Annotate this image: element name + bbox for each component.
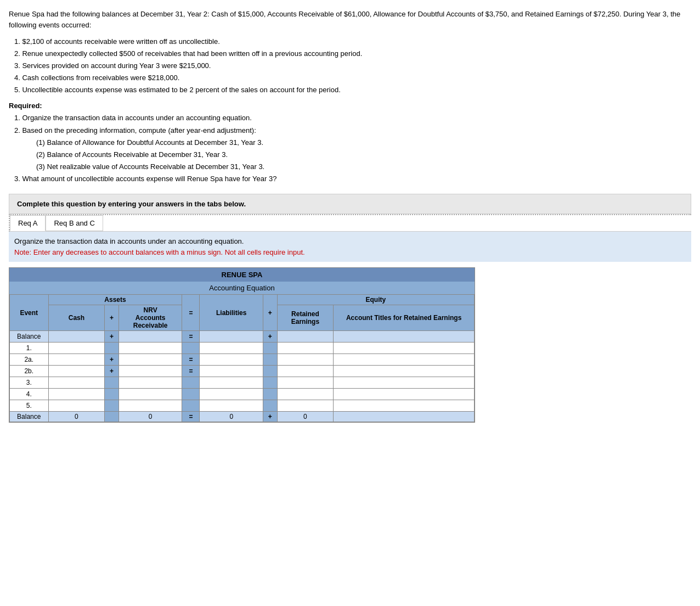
cell-titles-0[interactable] [334,331,475,343]
input-liab-1[interactable] [202,344,261,352]
events-list: 1. $2,100 of accounts receivable were wr… [14,36,691,96]
cell-liab-7: 0 [200,412,263,422]
req-2-1: (1) Balance of Allowance for Doubtful Ac… [36,137,691,149]
input-cash-1[interactable] [51,344,103,352]
input-liab-4[interactable] [202,378,261,387]
input-nrv-3[interactable] [121,367,180,375]
input-re-4[interactable] [280,378,331,387]
cell-nrv-1[interactable] [118,343,182,354]
cell-event-4: 3. [10,377,49,389]
tab-req-a[interactable]: Req A [10,215,46,231]
cell-liab-0[interactable] [200,331,263,343]
cell-plus2-4 [263,377,277,389]
cell-re-5[interactable] [277,389,334,400]
header-cash: Cash [48,305,105,331]
cell-plus2-5 [263,389,277,400]
cell-cash-1[interactable] [48,343,105,354]
input-cash-0[interactable] [51,332,103,341]
cell-plus1-1 [105,343,119,354]
cell-nrv-4[interactable] [118,377,182,389]
header-liab: Liabilities [200,295,263,331]
cell-event-2: 2a. [10,354,49,366]
instruction-box: Complete this question by entering your … [9,194,691,214]
input-cash-2[interactable] [51,355,103,364]
cell-re-6[interactable] [277,400,334,412]
input-cash-4[interactable] [51,378,103,387]
header-re: RetainedEarnings [277,305,334,331]
cell-cash-5[interactable] [48,389,105,400]
event-4: 4. Cash collections from receivables wer… [14,72,691,84]
input-re-3[interactable] [280,367,331,375]
cell-titles-2[interactable] [334,354,475,366]
cell-re-0[interactable] [277,331,334,343]
cell-cash-4[interactable] [48,377,105,389]
cell-nrv-7: 0 [118,412,182,422]
tab-req-b-c[interactable]: Req B and C [46,215,103,231]
input-liab-2[interactable] [202,355,261,364]
cell-titles-5[interactable] [334,389,475,400]
input-titles-2[interactable] [336,355,472,364]
input-titles-4[interactable] [336,378,472,387]
cell-liab-5[interactable] [200,389,263,400]
input-titles-5[interactable] [336,390,472,399]
input-nrv-2[interactable] [121,355,180,364]
cell-titles-4[interactable] [334,377,475,389]
req-2-2: (2) Balance of Accounts Receivable at De… [36,149,691,161]
cell-event-5: 4. [10,389,49,400]
input-nrv-1[interactable] [121,344,180,352]
cell-eq-5 [182,389,200,400]
cell-titles-1[interactable] [334,343,475,354]
cell-cash-7: 0 [48,412,105,422]
input-re-5[interactable] [280,390,331,399]
input-liab-6[interactable] [202,401,261,410]
input-liab-5[interactable] [202,390,261,399]
cell-re-3[interactable] [277,366,334,377]
input-titles-0[interactable] [336,332,472,341]
req-1: 1. Organize the transaction data in acco… [14,112,691,124]
input-cash-3[interactable] [51,367,103,375]
header-nrv: NRVAccountsReceivable [118,305,182,331]
cell-nrv-3[interactable] [118,366,182,377]
intro-paragraph: Renue Spa had the following balances at … [9,9,691,30]
cell-cash-3[interactable] [48,366,105,377]
input-titles-3[interactable] [336,367,472,375]
input-liab-0[interactable] [202,332,261,341]
input-nrv-4[interactable] [121,378,180,387]
event-3: 3. Services provided on account during Y… [14,60,691,72]
input-liab-3[interactable] [202,367,261,375]
cell-liab-2[interactable] [200,354,263,366]
cell-nrv-0[interactable] [118,331,182,343]
input-nrv-6[interactable] [121,401,180,410]
cell-nrv-2[interactable] [118,354,182,366]
cell-liab-4[interactable] [200,377,263,389]
cell-re-1[interactable] [277,343,334,354]
cell-cash-6[interactable] [48,400,105,412]
cell-liab-3[interactable] [200,366,263,377]
cell-titles-3[interactable] [334,366,475,377]
cell-nrv-6[interactable] [118,400,182,412]
input-re-0[interactable] [280,332,331,341]
cell-re-4[interactable] [277,377,334,389]
cell-eq-0: = [182,331,200,343]
input-re-6[interactable] [280,401,331,410]
input-cash-5[interactable] [51,390,103,399]
input-re-2[interactable] [280,355,331,364]
cell-titles-6[interactable] [334,400,475,412]
cell-cash-0[interactable] [48,331,105,343]
input-titles-6[interactable] [336,401,472,410]
cell-liab-1[interactable] [200,343,263,354]
cell-eq-1 [182,343,200,354]
cell-plus2-3 [263,366,277,377]
input-re-1[interactable] [280,344,331,352]
input-cash-6[interactable] [51,401,103,410]
input-titles-1[interactable] [336,344,472,352]
header-eq: = [182,295,200,331]
cell-re-2[interactable] [277,354,334,366]
cell-liab-6[interactable] [200,400,263,412]
cell-cash-2[interactable] [48,354,105,366]
input-nrv-0[interactable] [121,332,180,341]
cell-nrv-5[interactable] [118,389,182,400]
input-nrv-5[interactable] [121,390,180,399]
event-2: 2. Renue unexpectedly collected $500 of … [14,48,691,60]
tabs-area: Req A Req B and C [9,214,691,232]
